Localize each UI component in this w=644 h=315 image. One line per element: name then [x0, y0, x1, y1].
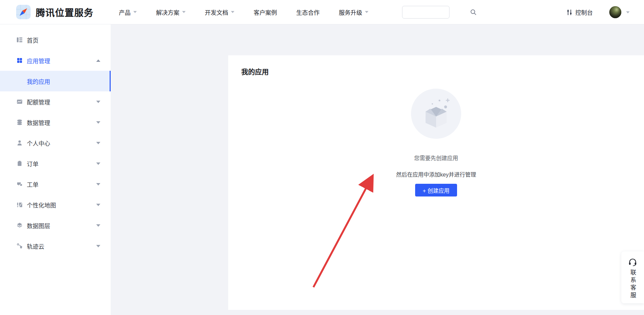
empty-state-line2: 然后在应用中添加key并进行管理 — [396, 170, 476, 178]
chevron-down-icon — [96, 101, 100, 103]
sliders-icon — [566, 9, 573, 16]
chevron-down-icon — [96, 204, 100, 206]
sidebar-item-data-management[interactable]: 数据管理 — [0, 112, 111, 133]
sidebar-item-my-apps[interactable]: 我的应用 — [0, 71, 111, 91]
chevron-down-icon — [96, 183, 100, 185]
app-grid-icon — [16, 57, 23, 64]
console-label: 控制台 — [575, 8, 593, 16]
chevron-down-icon — [96, 245, 100, 247]
chevron-down-icon — [133, 11, 137, 13]
database-icon — [16, 119, 23, 125]
clipboard-icon — [16, 160, 23, 167]
chevron-down-icon[interactable] — [626, 11, 630, 13]
top-navbar: 腾讯位置服务 产品 解决方案 开发文档 客户案例 生态合作 服务升级 — [0, 0, 644, 24]
sidebar-item-label: 个性化地图 — [27, 201, 56, 209]
empty-state: 您需要先创建应用 然后在应用中添加key并进行管理 + 创建应用 — [228, 88, 644, 196]
page-title: 我的应用 — [241, 67, 269, 77]
nav-label: 客户案例 — [254, 8, 277, 16]
quota-chart-icon — [16, 99, 23, 105]
sidebar-item-app-management[interactable]: 应用管理 — [0, 50, 111, 71]
search-input[interactable] — [402, 6, 470, 18]
header-right: 控制台 — [566, 0, 630, 24]
chat-bubbles-icon — [16, 181, 23, 187]
sidebar-item-label: 应用管理 — [27, 56, 50, 65]
nav-label: 开发文档 — [205, 8, 228, 16]
search-icon[interactable] — [470, 9, 477, 15]
empty-state-line1: 您需要先创建应用 — [414, 154, 458, 162]
sidebar-item-label: 个人中心 — [27, 139, 50, 147]
nav-label: 服务升级 — [339, 8, 362, 16]
support-tab-label: 联系客服 — [629, 269, 637, 300]
sidebar-item-label: 工单 — [27, 180, 38, 189]
sidebar-item-label: 配额管理 — [27, 98, 50, 106]
home-list-icon — [16, 37, 23, 43]
chevron-down-icon — [231, 11, 234, 13]
chevron-down-icon — [96, 224, 100, 227]
sidebar-item-tickets[interactable]: 工单 — [0, 174, 111, 194]
sidebar: 首页 应用管理 我的应用 配额管理 数据管理 — [0, 24, 111, 315]
console-link[interactable]: 控制台 — [566, 8, 593, 16]
chevron-down-icon — [96, 142, 100, 144]
sidebar-item-label: 首页 — [27, 36, 38, 44]
sidebar-item-data-layers[interactable]: 数据图层 — [0, 215, 111, 236]
nav-docs[interactable]: 开发文档 — [195, 8, 244, 16]
track-cloud-icon — [16, 243, 23, 249]
sidebar-item-label: 订单 — [27, 159, 38, 168]
nav-label: 生态合作 — [296, 8, 320, 16]
sidebar-item-quota[interactable]: 配额管理 — [0, 91, 111, 112]
chevron-up-icon — [96, 59, 100, 62]
chevron-down-icon — [182, 11, 186, 13]
sidebar-item-label: 数据图层 — [27, 221, 50, 230]
nav-ecosystem[interactable]: 生态合作 — [287, 8, 329, 16]
sidebar-item-custom-map[interactable]: 个性化地图 — [0, 194, 111, 215]
main-background: 我的应用 您需要先创建应用 然后在应用中添加key并进行管理 — [111, 24, 644, 315]
search-box[interactable] — [402, 6, 449, 19]
nav-label: 产品 — [119, 8, 131, 16]
active-indicator — [110, 71, 111, 91]
sidebar-item-track-cloud[interactable]: 轨迹云 — [0, 236, 111, 256]
main-nav: 产品 解决方案 开发文档 客户案例 生态合作 服务升级 — [109, 8, 378, 16]
chevron-down-icon — [96, 121, 100, 124]
nav-cases[interactable]: 客户案例 — [244, 8, 287, 16]
sidebar-item-home[interactable]: 首页 — [0, 30, 111, 50]
nav-solutions[interactable]: 解决方案 — [146, 8, 195, 16]
brand[interactable]: 腾讯位置服务 — [16, 4, 93, 20]
page: 腾讯位置服务 产品 解决方案 开发文档 客户案例 生态合作 服务升级 — [0, 0, 644, 315]
sidebar-item-personal-center[interactable]: 个人中心 — [0, 133, 111, 153]
compass-logo-icon — [16, 4, 31, 20]
sidebar-item-label: 数据管理 — [27, 118, 50, 127]
chevron-down-icon — [96, 162, 100, 165]
nav-products[interactable]: 产品 — [109, 8, 146, 16]
empty-box-illustration — [411, 88, 462, 139]
contact-support-tab[interactable]: 联系客服 — [621, 251, 644, 303]
user-avatar[interactable] — [609, 6, 621, 18]
create-app-button[interactable]: + 创建应用 — [415, 184, 457, 196]
content-card: 我的应用 您需要先创建应用 然后在应用中添加key并进行管理 — [228, 55, 644, 310]
headset-icon — [628, 258, 637, 267]
nav-label: 解决方案 — [156, 8, 179, 16]
layers-icon — [16, 222, 23, 228]
nav-upgrade[interactable]: 服务升级 — [329, 8, 378, 16]
chevron-down-icon — [365, 11, 368, 13]
person-icon — [16, 140, 23, 146]
sidebar-item-label: 轨迹云 — [27, 242, 44, 250]
sidebar-item-orders[interactable]: 订单 — [0, 153, 111, 174]
brand-name: 腾讯位置服务 — [36, 5, 93, 19]
custom-map-icon — [16, 202, 23, 208]
sidebar-item-label: 我的应用 — [27, 77, 50, 86]
